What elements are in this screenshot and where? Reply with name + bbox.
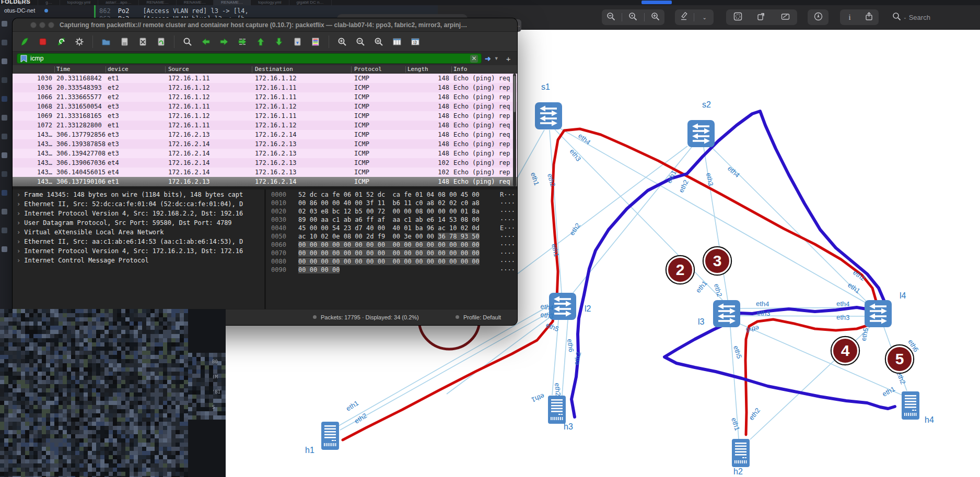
topology-link xyxy=(704,147,728,300)
display-filter-input[interactable]: icmp ✕ xyxy=(17,53,482,64)
switch-l4[interactable] xyxy=(865,300,892,327)
packet-row[interactable]: 103020.331168842et1172.16.1.11172.16.1.1… xyxy=(13,74,517,83)
detail-tree-row[interactable]: ›Frame 14345: 148 bytes on wire (1184 bi… xyxy=(13,191,264,200)
node-label-h4: h4 xyxy=(925,415,934,424)
host-h3[interactable] xyxy=(548,396,566,424)
hex-ascii: ···· xyxy=(500,266,515,273)
restart-capture-icon[interactable] xyxy=(54,35,68,49)
switch-l3[interactable] xyxy=(713,300,740,327)
cell-no: 1066 xyxy=(13,93,52,101)
hex-row[interactable]: 007000 00 00 00 00 00 00 00 00 00 00 00 … xyxy=(266,249,517,258)
packet-row[interactable]: 143…306.139067036et4172.16.2.14172.16.2.… xyxy=(13,158,517,168)
reload-file-icon[interactable] xyxy=(154,35,168,49)
expand-chevron-icon[interactable]: › xyxy=(17,219,20,226)
cell-no: 143… xyxy=(13,131,52,138)
column-header-source[interactable]: Source xyxy=(168,66,189,73)
packet-row[interactable]: 103620.333548393et2172.16.1.12172.16.1.1… xyxy=(13,83,517,92)
expand-chevron-icon[interactable]: › xyxy=(17,229,20,236)
switch-s1[interactable] xyxy=(535,102,562,129)
detail-tree-row[interactable]: ›Internet Control Message Protocol xyxy=(13,257,264,266)
hex-row[interactable]: 009000 00 00 00···· xyxy=(266,266,517,275)
detail-tree-row[interactable]: ›Internet Protocol Version 4, Src: 172.1… xyxy=(13,247,264,257)
capture-options-icon[interactable] xyxy=(73,35,86,49)
resize-columns-icon[interactable] xyxy=(390,35,404,49)
hex-row[interactable]: 002002 03 e8 bc 12 b5 00 72 00 00 08 00 … xyxy=(266,208,517,216)
expand-chevron-icon[interactable]: › xyxy=(17,238,20,245)
start-capture-icon[interactable] xyxy=(18,35,31,49)
hex-row[interactable]: 0050ac 10 02 0e 08 00 2d f9 00 3e 00 00 … xyxy=(266,233,517,241)
go-back-icon[interactable] xyxy=(199,35,213,49)
packet-row[interactable]: 143…306.137792856et3172.16.2.13172.16.2.… xyxy=(13,130,517,139)
go-forward-icon[interactable] xyxy=(217,35,231,49)
svg-text:3: 3 xyxy=(713,252,722,269)
switch-s2[interactable] xyxy=(687,120,715,147)
cell-no: 1069 xyxy=(13,112,52,120)
host-h1[interactable] xyxy=(321,422,339,450)
expand-chevron-icon[interactable]: › xyxy=(17,200,20,208)
filter-dropdown-caret[interactable]: ▼ xyxy=(494,56,499,61)
auto-scroll-icon[interactable] xyxy=(290,35,304,49)
hex-row[interactable]: 003089 00 aa c1 ab a6 ff af aa c1 ab e6 … xyxy=(266,216,517,224)
hex-row[interactable]: 001000 86 00 00 40 00 3f 11 b6 11 c0 a8 … xyxy=(266,199,517,208)
profile-status[interactable]: Profile: Default xyxy=(463,314,501,320)
detail-tree-row[interactable]: ›User Datagram Protocol, Src Port: 59580… xyxy=(13,219,264,229)
expand-chevron-icon[interactable]: › xyxy=(17,191,20,198)
clear-filter-button[interactable]: ✕ xyxy=(470,55,478,63)
zoom-in-icon[interactable] xyxy=(335,35,349,49)
colorize-icon[interactable] xyxy=(309,35,322,49)
filter-bookmark-icon[interactable] xyxy=(20,55,27,63)
packet-row[interactable]: 143…306.139427708et3172.16.2.14172.16.2.… xyxy=(13,149,517,158)
column-header-length[interactable]: Length xyxy=(407,66,428,73)
column-header-destination[interactable]: Destination xyxy=(255,66,293,73)
packet-row[interactable]: 143…306.139387858et3172.16.2.14172.16.2.… xyxy=(13,139,517,149)
minimize-window-button[interactable] xyxy=(39,22,45,28)
packet-row[interactable]: 106821.331650054et3172.16.1.11172.16.1.1… xyxy=(13,102,517,111)
packet-row[interactable]: 106921.333168165et3172.16.1.12172.16.1.1… xyxy=(13,111,517,121)
wireshark-titlebar[interactable]: Capturing from packetflix:// remote clus… xyxy=(13,18,517,32)
detail-tree-row[interactable]: ›Ethernet II, Src: aa:c1:ab:e6:14:53 (aa… xyxy=(13,238,264,247)
column-header-time[interactable]: Time xyxy=(56,66,71,73)
zoom-original-icon[interactable] xyxy=(372,35,386,49)
host-h2[interactable] xyxy=(732,439,750,467)
expand-chevron-icon[interactable]: › xyxy=(17,210,20,217)
column-header-info[interactable]: Info xyxy=(453,66,468,73)
stop-capture-icon[interactable] xyxy=(36,35,50,49)
detail-tree-row[interactable]: ›Internet Protocol Version 4, Src: 192.1… xyxy=(13,210,264,219)
packet-row[interactable]: 143…306.140456015et4172.16.2.14172.16.2.… xyxy=(13,168,517,177)
expand-chevron-icon[interactable]: › xyxy=(17,247,20,255)
zoom-out-icon[interactable] xyxy=(354,35,367,49)
go-first-icon[interactable] xyxy=(254,35,267,49)
detail-text: Frame 14345: 148 bytes on wire (1184 bit… xyxy=(24,191,243,198)
host-h4[interactable] xyxy=(902,391,919,420)
open-file-icon[interactable] xyxy=(99,35,113,49)
wireshark-window[interactable]: Capturing from packetflix:// remote clus… xyxy=(13,18,517,325)
go-last-icon[interactable] xyxy=(272,35,286,49)
hex-row[interactable]: 006000 00 00 00 00 00 00 00 00 00 00 00 … xyxy=(266,241,517,249)
find-packet-icon[interactable] xyxy=(181,35,194,49)
displayed-columns-icon[interactable]: 12 xyxy=(409,35,422,49)
detail-tree-row[interactable]: ›Ethernet II, Src: 52:dc:ca:fe:01:04 (52… xyxy=(13,200,264,210)
go-to-packet-icon[interactable] xyxy=(236,35,249,49)
close-file-icon[interactable] xyxy=(136,35,149,49)
packet-row[interactable]: 107221.331282800et1172.16.1.11172.16.1.1… xyxy=(13,121,517,130)
port-label-eth1: eth1 xyxy=(529,171,541,186)
detail-tree-row[interactable]: ›Virtual eXtensible Local Area Network xyxy=(13,229,264,238)
packet-row[interactable]: 143…306.137190106et1172.16.2.13172.16.2.… xyxy=(13,177,517,186)
packet-row[interactable]: 106621.333665577et2172.16.1.12172.16.1.1… xyxy=(13,92,517,102)
column-header-protocol[interactable]: Protocol xyxy=(354,66,382,73)
hex-row[interactable]: 008000 00 00 00 00 00 00 00 00 00 00 00 … xyxy=(266,258,517,266)
column-header-device[interactable]: device xyxy=(108,66,129,73)
hex-row[interactable]: 000052 dc ca fe 06 01 52 dc ca fe 01 04 … xyxy=(266,191,517,199)
expand-chevron-icon[interactable]: › xyxy=(17,257,20,264)
save-file-icon[interactable] xyxy=(118,35,131,49)
hex-row[interactable]: 004045 00 00 54 23 d7 40 00 40 01 ba 96 … xyxy=(266,224,517,233)
packet-bytes-pane[interactable]: 000052 dc ca fe 06 01 52 dc ca fe 01 04 … xyxy=(266,189,517,309)
zoom-window-button[interactable] xyxy=(48,22,54,28)
add-filter-button[interactable]: + xyxy=(506,54,511,63)
packet-list-scrollbar[interactable] xyxy=(513,74,516,186)
apply-filter-button[interactable]: ➜ xyxy=(485,54,491,63)
close-window-button[interactable] xyxy=(30,22,37,28)
hex-bytes: 89 00 aa c1 ab a6 ff af aa c1 ab e6 14 5… xyxy=(298,216,480,223)
cell-src: 172.16.2.14 xyxy=(168,169,209,176)
packet-list-header[interactable]: TimedeviceSourceDestinationProtocolLengt… xyxy=(13,65,517,74)
